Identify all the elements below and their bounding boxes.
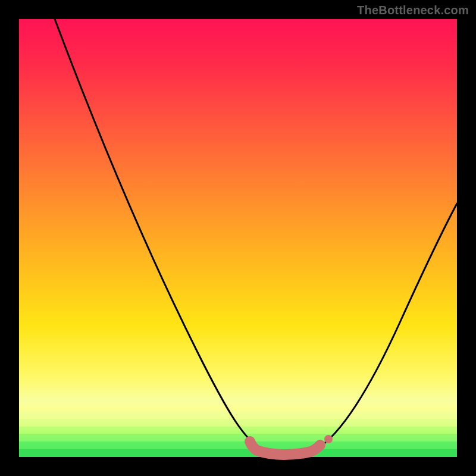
optimal-range-end-dot xyxy=(324,435,333,443)
chart-frame: TheBottleneck.com xyxy=(0,0,476,476)
watermark-text: TheBottleneck.com xyxy=(357,4,469,17)
optimal-range-marker xyxy=(250,441,320,455)
curve-layer xyxy=(19,19,457,457)
bottleneck-curve xyxy=(55,19,457,454)
plot-area xyxy=(19,19,457,457)
